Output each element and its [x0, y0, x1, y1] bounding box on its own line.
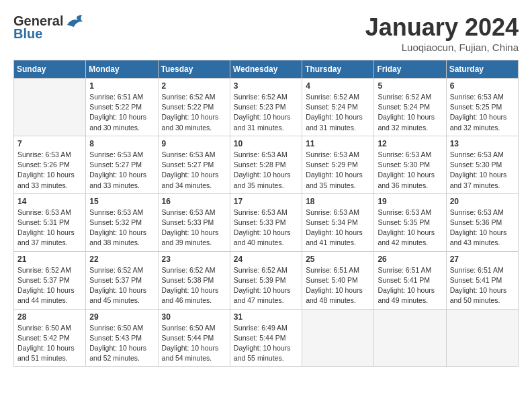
day-of-week-header: Monday [86, 60, 158, 79]
day-info: Sunrise: 6:53 AMSunset: 5:25 PMDaylight:… [450, 92, 515, 133]
day-info: Sunrise: 6:52 AMSunset: 5:37 PMDaylight:… [89, 265, 154, 306]
calendar-week-row: 7Sunrise: 6:53 AMSunset: 5:26 PMDaylight… [14, 136, 519, 193]
day-info: Sunrise: 6:53 AMSunset: 5:27 PMDaylight:… [89, 150, 154, 191]
calendar-header-row: SundayMondayTuesdayWednesdayThursdayFrid… [14, 60, 519, 79]
table-row: 7Sunrise: 6:53 AMSunset: 5:26 PMDaylight… [14, 136, 86, 193]
table-row: 14Sunrise: 6:53 AMSunset: 5:31 PMDayligh… [14, 193, 86, 251]
title-block: January 2024 Luoqiaocun, Fujian, China [365, 13, 519, 53]
day-info: Sunrise: 6:53 AMSunset: 5:35 PMDaylight:… [378, 208, 442, 248]
day-number: 20 [450, 197, 515, 206]
day-info: Sunrise: 6:50 AMSunset: 5:44 PMDaylight:… [162, 323, 226, 364]
day-info: Sunrise: 6:53 AMSunset: 5:28 PMDaylight:… [234, 150, 298, 191]
day-info: Sunrise: 6:51 AMSunset: 5:40 PMDaylight:… [306, 265, 370, 306]
logo-blue-text: Blue [13, 26, 42, 42]
day-info: Sunrise: 6:51 AMSunset: 5:22 PMDaylight:… [89, 92, 154, 133]
table-row: 13Sunrise: 6:53 AMSunset: 5:30 PMDayligh… [446, 136, 518, 193]
header: General Blue January 2024 Luoqiaocun, Fu… [13, 13, 519, 53]
table-row: 9Sunrise: 6:53 AMSunset: 5:27 PMDaylight… [158, 136, 230, 193]
day-number: 18 [306, 197, 370, 206]
table-row: 2Sunrise: 6:52 AMSunset: 5:22 PMDaylight… [158, 79, 230, 136]
table-row: 23Sunrise: 6:52 AMSunset: 5:38 PMDayligh… [158, 251, 230, 309]
day-number: 21 [17, 255, 82, 264]
day-number: 11 [306, 139, 370, 148]
day-info: Sunrise: 6:53 AMSunset: 5:26 PMDaylight:… [17, 150, 82, 191]
table-row: 20Sunrise: 6:53 AMSunset: 5:36 PMDayligh… [446, 193, 518, 251]
table-row: 29Sunrise: 6:50 AMSunset: 5:43 PMDayligh… [86, 309, 158, 367]
day-info: Sunrise: 6:53 AMSunset: 5:33 PMDaylight:… [234, 208, 298, 248]
calendar-week-row: 14Sunrise: 6:53 AMSunset: 5:31 PMDayligh… [14, 193, 519, 251]
day-info: Sunrise: 6:53 AMSunset: 5:29 PMDaylight:… [306, 150, 370, 191]
day-info: Sunrise: 6:53 AMSunset: 5:34 PMDaylight:… [306, 208, 370, 248]
day-info: Sunrise: 6:53 AMSunset: 5:31 PMDaylight:… [17, 208, 82, 248]
day-number: 13 [450, 139, 515, 148]
day-info: Sunrise: 6:52 AMSunset: 5:38 PMDaylight:… [162, 265, 226, 306]
table-row: 4Sunrise: 6:52 AMSunset: 5:24 PMDaylight… [302, 79, 374, 136]
day-of-week-header: Thursday [302, 60, 374, 79]
day-info: Sunrise: 6:52 AMSunset: 5:24 PMDaylight:… [378, 92, 442, 133]
logo-bird-icon [64, 15, 83, 28]
day-number: 16 [162, 197, 226, 206]
day-of-week-header: Friday [374, 60, 446, 79]
table-row: 25Sunrise: 6:51 AMSunset: 5:40 PMDayligh… [302, 251, 374, 309]
day-number: 24 [234, 255, 298, 264]
day-info: Sunrise: 6:53 AMSunset: 5:36 PMDaylight:… [450, 208, 515, 248]
table-row [374, 309, 446, 367]
table-row: 30Sunrise: 6:50 AMSunset: 5:44 PMDayligh… [158, 309, 230, 367]
page: General Blue January 2024 Luoqiaocun, Fu… [0, 0, 532, 373]
day-number: 3 [234, 81, 298, 91]
day-info: Sunrise: 6:51 AMSunset: 5:41 PMDaylight:… [378, 265, 442, 306]
table-row [302, 309, 374, 367]
day-number: 19 [378, 197, 442, 206]
day-number: 1 [89, 81, 154, 91]
day-number: 17 [234, 197, 298, 206]
table-row: 12Sunrise: 6:53 AMSunset: 5:30 PMDayligh… [374, 136, 446, 193]
table-row: 6Sunrise: 6:53 AMSunset: 5:25 PMDaylight… [446, 79, 518, 136]
table-row [446, 309, 518, 367]
calendar-week-row: 21Sunrise: 6:52 AMSunset: 5:37 PMDayligh… [14, 251, 519, 309]
day-info: Sunrise: 6:52 AMSunset: 5:23 PMDaylight:… [234, 92, 298, 133]
day-info: Sunrise: 6:53 AMSunset: 5:33 PMDaylight:… [162, 208, 226, 248]
calendar-week-row: 1Sunrise: 6:51 AMSunset: 5:22 PMDaylight… [14, 79, 519, 136]
day-info: Sunrise: 6:51 AMSunset: 5:41 PMDaylight:… [450, 265, 515, 306]
day-of-week-header: Saturday [446, 60, 518, 79]
table-row: 5Sunrise: 6:52 AMSunset: 5:24 PMDaylight… [374, 79, 446, 136]
table-row: 24Sunrise: 6:52 AMSunset: 5:39 PMDayligh… [230, 251, 302, 309]
day-number: 23 [162, 255, 226, 264]
table-row: 27Sunrise: 6:51 AMSunset: 5:41 PMDayligh… [446, 251, 518, 309]
day-info: Sunrise: 6:52 AMSunset: 5:39 PMDaylight:… [234, 265, 298, 306]
table-row: 31Sunrise: 6:49 AMSunset: 5:44 PMDayligh… [230, 309, 302, 367]
month-title: January 2024 [365, 13, 519, 42]
table-row: 19Sunrise: 6:53 AMSunset: 5:35 PMDayligh… [374, 193, 446, 251]
day-info: Sunrise: 6:52 AMSunset: 5:24 PMDaylight:… [306, 92, 370, 133]
day-number: 31 [234, 312, 298, 322]
day-info: Sunrise: 6:53 AMSunset: 5:30 PMDaylight:… [378, 150, 442, 191]
day-number: 5 [378, 81, 442, 91]
day-number: 10 [234, 139, 298, 148]
table-row: 11Sunrise: 6:53 AMSunset: 5:29 PMDayligh… [302, 136, 374, 193]
table-row: 21Sunrise: 6:52 AMSunset: 5:37 PMDayligh… [14, 251, 86, 309]
day-number: 14 [17, 197, 82, 206]
table-row: 18Sunrise: 6:53 AMSunset: 5:34 PMDayligh… [302, 193, 374, 251]
day-info: Sunrise: 6:53 AMSunset: 5:30 PMDaylight:… [450, 150, 515, 191]
day-number: 7 [17, 139, 82, 148]
table-row [14, 79, 86, 136]
day-number: 15 [89, 197, 154, 206]
calendar: SundayMondayTuesdayWednesdayThursdayFrid… [13, 60, 519, 367]
day-of-week-header: Wednesday [230, 60, 302, 79]
day-info: Sunrise: 6:50 AMSunset: 5:43 PMDaylight:… [89, 323, 154, 364]
day-of-week-header: Sunday [14, 60, 86, 79]
day-number: 4 [306, 81, 370, 91]
table-row: 1Sunrise: 6:51 AMSunset: 5:22 PMDaylight… [86, 79, 158, 136]
day-number: 26 [378, 255, 442, 264]
day-number: 30 [162, 312, 226, 322]
table-row: 16Sunrise: 6:53 AMSunset: 5:33 PMDayligh… [158, 193, 230, 251]
day-info: Sunrise: 6:52 AMSunset: 5:37 PMDaylight:… [17, 265, 82, 306]
day-number: 28 [17, 312, 82, 322]
day-info: Sunrise: 6:50 AMSunset: 5:42 PMDaylight:… [17, 323, 82, 364]
day-number: 25 [306, 255, 370, 264]
table-row: 15Sunrise: 6:53 AMSunset: 5:32 PMDayligh… [86, 193, 158, 251]
table-row: 26Sunrise: 6:51 AMSunset: 5:41 PMDayligh… [374, 251, 446, 309]
table-row: 3Sunrise: 6:52 AMSunset: 5:23 PMDaylight… [230, 79, 302, 136]
table-row: 8Sunrise: 6:53 AMSunset: 5:27 PMDaylight… [86, 136, 158, 193]
day-number: 6 [450, 81, 515, 91]
